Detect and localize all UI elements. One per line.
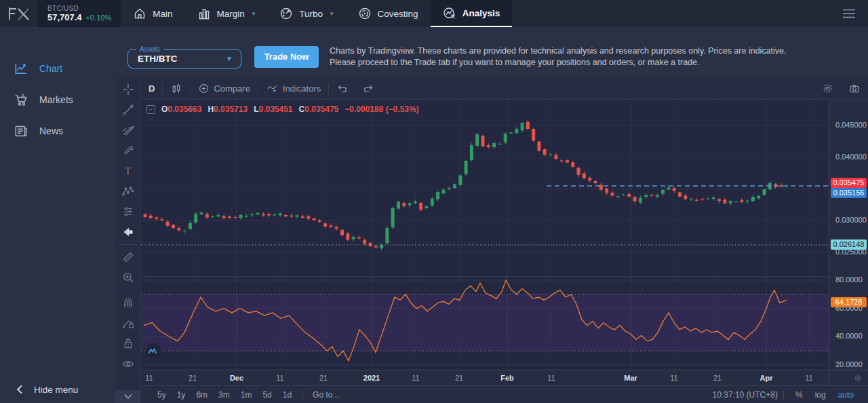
nav-analysis-label: Analysis [462,8,500,18]
nav-analysis[interactable]: Analysis [431,0,513,27]
price-axis-tick: 20.0000 [835,360,863,368]
price-axis-tick: 0.045000 [835,121,867,129]
time-axis-tick: 11 [670,374,677,382]
price-axis-tick: 0.030000 [835,216,867,224]
toolbar-divider [119,290,137,290]
toolbar-more-chevron-button[interactable] [115,390,140,403]
range-3m-button[interactable]: 3m [213,390,235,400]
undo-button[interactable] [329,78,355,100]
indicators-wave-icon [266,83,279,94]
camera-icon [848,83,861,94]
arrow-left-tool-button[interactable] [115,222,141,242]
price-tag: 0.026148 [831,239,867,250]
hide-drawings-eye-button[interactable] [115,353,141,374]
magnet-tool-button[interactable] [115,292,141,313]
nav-main[interactable]: Main [121,0,184,27]
disclaimer-line2: Please proceed to the Trade tab if you w… [330,57,787,69]
cart-icon: $ [14,92,28,107]
snapshot-button[interactable] [841,78,868,100]
trend-line-tool-button[interactable] [115,100,141,120]
close-letter: C [299,104,305,114]
pitchfork-tool-button[interactable] [115,120,141,140]
time-axis-tick: 11 [145,374,153,382]
trade-now-button[interactable]: Trade Now [254,46,319,68]
redo-arrow-icon [363,83,374,94]
nav-turbo-label: Turbo [299,9,323,19]
assets-value: ETH/BTC [138,54,178,64]
time-axis-tick: 11 [412,374,419,382]
disclaimer-text: Charts by Tradingview. These charts are … [330,45,787,69]
brush-tool-button[interactable] [115,140,141,161]
time-axis-tick: Mar [624,374,637,382]
range-buttons: 5y1y6m3m1m5d1d [152,390,297,400]
px-logo-icon [7,6,31,21]
percent-scale-button[interactable]: % [789,390,809,400]
lock-all-tool-button[interactable] [115,333,141,353]
range-1y-button[interactable]: 1y [172,390,191,400]
compare-plus-icon [198,83,210,94]
range-6m-button[interactable]: 6m [191,390,213,400]
interval-button[interactable]: D [141,78,162,100]
time-axis-tick: Feb [500,374,514,382]
price-tag: 0.035475 [831,178,867,188]
time-axis-tick: 11 [805,374,812,382]
nav-margin[interactable]: Margin ▾ [185,0,268,27]
range-5d-button[interactable]: 5d [257,390,277,400]
open-letter: O [161,104,167,114]
text-tool-button[interactable]: T [115,161,141,181]
covesting-rings-icon [358,7,372,20]
redo-button[interactable] [355,78,382,100]
hide-menu-button[interactable]: Hide menu [0,376,115,403]
compare-button[interactable]: Compare [191,78,257,100]
sidebar-item-markets[interactable]: $ Markets [0,84,115,115]
time-axis-tick: 21 [319,374,328,382]
assets-select[interactable]: Assets ETH/BTC ▼ [127,45,241,69]
chart-style-button[interactable] [163,78,190,100]
crosshair-tool-button[interactable] [115,79,141,100]
log-scale-button[interactable]: log [809,390,832,400]
rsi-indicator-badge[interactable] [146,343,161,358]
price-axis-tick: 80.0000 [835,275,863,284]
chart-canvas[interactable] [141,100,829,370]
chart-settings-button[interactable] [814,78,841,100]
time-axis-tick: 2021 [363,374,380,382]
auto-scale-button[interactable]: auto [832,390,860,400]
clock-timezone[interactable]: 10:37:10 (UTC+8) [713,390,778,400]
bar-chart-icon [197,7,211,20]
time-axis-tick: 11 [547,374,555,382]
range-1d-button[interactable]: 1d [277,390,297,400]
measure-tool-button[interactable] [115,247,141,267]
indicators-label: Indicators [283,83,321,94]
svg-text:T: T [125,166,131,176]
sidebar-chart-label: Chart [39,63,62,74]
time-axis[interactable]: 1121Dec112120211121Feb11Mar1121Apr11 [141,370,829,385]
zoom-in-tool-button[interactable] [115,267,141,288]
range-1m-button[interactable]: 1m [235,390,258,400]
indicators-button[interactable]: Indicators [258,78,328,100]
brand-logo[interactable] [0,0,38,27]
legend-collapse-button[interactable]: − [146,105,155,114]
axis-settings-corner[interactable] [829,370,868,385]
nav-turbo[interactable]: Turbo ▾ [267,0,345,27]
forecast-tool-button[interactable] [115,202,141,222]
chevron-left-icon [16,385,23,394]
left-sidebar: Chart $ Markets News Hide menu [0,27,115,403]
sidebar-item-chart[interactable]: Chart [0,53,115,84]
chart-panes: − O0.035663 H0.035713 L0.035451 C0.03547… [141,100,829,370]
nav-covesting[interactable]: Covesting [346,0,431,27]
controls-row: Assets ETH/BTC ▼ Trade Now Charts by Tra… [115,27,868,78]
menu-hamburger-icon[interactable] [830,0,868,27]
price-axis[interactable]: 0.0450000.0400000.0300000.02500080.00006… [829,100,868,370]
top-bar: BTC/USD 57,707.4 +0.10% Main Margin ▾ Tu… [0,0,868,27]
price-ticker[interactable]: BTC/USD 57,707.4 +0.10% [38,0,121,27]
draw-lock-tool-button[interactable] [115,313,141,333]
goto-button[interactable]: Go to... [309,390,343,400]
sidebar-markets-label: Markets [39,94,73,105]
compare-label: Compare [214,83,250,94]
chevron-down-icon: ▾ [330,10,334,17]
time-axis-tick: Dec [230,374,243,382]
range-5y-button[interactable]: 5y [152,390,172,400]
sidebar-item-news[interactable]: News [0,115,115,147]
xabcd-pattern-tool-button[interactable] [115,181,141,202]
chevron-down-icon: ▼ [226,55,233,62]
